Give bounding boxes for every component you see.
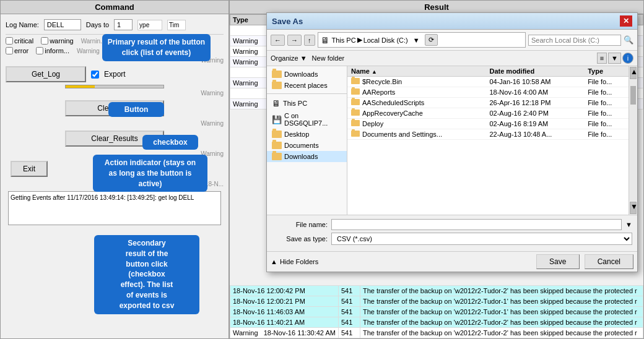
sidebar-item-recent-places[interactable]: Recent places — [267, 80, 347, 91]
save-as-type-select[interactable]: CSV (*.csv) — [331, 233, 632, 245]
folder-icon — [272, 142, 282, 149]
files-table: Name ▲ Date modified Type $Recycle.Bin 0… — [347, 66, 629, 140]
cancel-button[interactable]: Cancel — [585, 254, 633, 269]
sidebar-item-documents[interactable]: Documents — [267, 140, 347, 151]
scroll-up-btn[interactable]: ▲ — [630, 67, 637, 79]
new-folder-button[interactable]: New folder — [312, 54, 345, 62]
hide-folders-button[interactable]: ▲ Hide Folders — [271, 258, 318, 265]
sidebar-label-documents: Documents — [284, 142, 319, 149]
search-input[interactable] — [528, 35, 621, 46]
back-button[interactable]: ← — [271, 35, 285, 46]
sidebar-label-downloads: Downloads — [284, 71, 318, 78]
sidebar-item-downloads-2[interactable]: Downloads — [267, 151, 347, 162]
drive-icon: 💾 — [272, 115, 282, 124]
file-name-label: File name: — [272, 221, 328, 228]
path-bar[interactable]: 🖥 This PC ▶ Local Disk (C:) ▼ ⟳ — [318, 32, 526, 48]
file-folder-icon — [351, 109, 360, 116]
dialog-sidebar: Downloads Recent places 🖥 This PC 💾 C on… — [267, 66, 347, 215]
view-options-button[interactable]: ▼ — [608, 53, 621, 64]
sidebar-label-recent-places: Recent places — [284, 82, 328, 89]
sidebar-item-c-drive[interactable]: 💾 C on DSG6QLIP7... — [267, 110, 347, 129]
sidebar-label-this-pc: This PC — [283, 100, 307, 107]
up-button[interactable]: ↑ — [304, 35, 315, 46]
breadcrumb-pc[interactable]: This PC — [332, 36, 356, 44]
organize-button[interactable]: Organize ▼ — [271, 54, 307, 62]
file-row: AAScheduledScripts 26-Apr-16 12:18 PM Fi… — [347, 98, 629, 108]
computer-icon: 🖥 — [272, 98, 281, 108]
folder-icon — [272, 71, 282, 78]
sidebar-label-desktop: Desktop — [284, 131, 309, 138]
search-icon: 🔍 — [624, 35, 633, 45]
date-col-header[interactable]: Date modified — [485, 66, 584, 77]
scroll-thumb[interactable] — [630, 86, 636, 105]
dialog-close-button[interactable]: ✕ — [620, 15, 632, 27]
file-row: AAReports 18-Nov-16 4:00 AM File fo... — [347, 87, 629, 98]
view-icons: ≡ ▼ i — [597, 53, 633, 64]
scroll-track[interactable] — [629, 80, 637, 201]
file-name-input[interactable] — [331, 219, 622, 230]
type-col-header[interactable]: Type — [584, 66, 629, 77]
sidebar-item-this-pc[interactable]: 🖥 This PC — [267, 97, 347, 110]
file-folder-icon — [351, 78, 360, 84]
files-table-header-row: Name ▲ Date modified Type — [347, 66, 629, 77]
view-list-button[interactable]: ≡ — [597, 53, 607, 64]
name-col-header[interactable]: Name ▲ — [347, 66, 485, 77]
dialog-navbar: ← → ↑ 🖥 This PC ▶ Local Disk (C:) ▼ ⟳ 🔍 — [267, 30, 637, 51]
file-folder-icon — [351, 88, 360, 95]
save-button[interactable]: Save — [536, 254, 580, 269]
dialog-titlebar: Save As ✕ — [267, 13, 637, 30]
info-button[interactable]: i — [622, 53, 633, 64]
dialog-footer: File name: ▼ Save as type: CSV (*.csv) — [267, 215, 637, 251]
scrollbar[interactable]: ▲ ▼ — [629, 66, 637, 215]
refresh-button[interactable]: ⟳ — [425, 34, 438, 46]
file-row: Documents and Settings... 22-Aug-13 10:4… — [347, 129, 629, 140]
sidebar-label-c-drive: C on DSG6QLIP7... — [284, 112, 342, 127]
dialog-overlay: Save As ✕ ← → ↑ 🖥 This PC ▶ Local Disk (… — [0, 0, 644, 339]
sidebar-item-desktop[interactable]: Desktop — [267, 129, 347, 140]
organize-bar: Organize ▼ New folder ≡ ▼ i — [267, 51, 637, 66]
forward-button[interactable]: → — [287, 35, 302, 46]
file-name-dropdown-icon[interactable]: ▼ — [625, 221, 632, 228]
file-folder-icon — [351, 120, 360, 126]
breadcrumb-disk[interactable]: Local Disk (C:) — [363, 36, 408, 44]
save-cancel-group: Save Cancel — [536, 254, 633, 269]
file-row: $Recycle.Bin 04-Jan-16 10:58 AM File fo.… — [347, 77, 629, 87]
dialog-body: Downloads Recent places 🖥 This PC 💾 C on… — [267, 66, 637, 215]
folder-icon — [272, 82, 282, 89]
file-folder-icon — [351, 131, 360, 137]
breadcrumb: This PC ▶ Local Disk (C:) — [332, 36, 408, 44]
folder-icon — [272, 131, 282, 138]
chevron-up-icon: ▲ — [271, 258, 277, 265]
save-as-type-label: Save as type: — [272, 235, 328, 242]
file-row: AppRecoveryCache 02-Aug-16 2:40 PM File … — [347, 108, 629, 119]
hide-folders-label: Hide Folders — [280, 258, 318, 265]
folder-icon — [272, 153, 282, 160]
file-folder-icon — [351, 99, 360, 105]
dialog-action-bar: ▲ Hide Folders Save Cancel — [267, 251, 637, 272]
file-list: Name ▲ Date modified Type $Recycle.Bin 0… — [347, 66, 629, 215]
sidebar-label-downloads-2: Downloads — [284, 153, 318, 160]
sidebar-divider — [267, 93, 347, 94]
scroll-down-btn[interactable]: ▼ — [630, 202, 637, 214]
computer-drive-icon: 🖥 — [321, 35, 329, 45]
sidebar-item-downloads[interactable]: Downloads — [267, 69, 347, 80]
save-as-dialog: Save As ✕ ← → ↑ 🖥 This PC ▶ Local Disk (… — [266, 12, 638, 272]
dialog-title: Save As — [272, 17, 303, 26]
file-row: Deploy 02-Aug-16 8:19 AM File fo... — [347, 119, 629, 129]
